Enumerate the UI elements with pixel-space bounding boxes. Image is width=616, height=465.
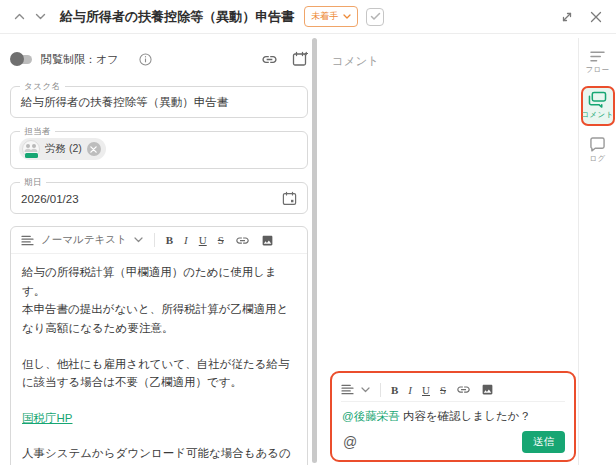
underline-button[interactable]: U [422, 384, 430, 396]
comment-composer[interactable]: B I U S @後藤栄吾 内容を確認しましたか？ @ 送信 [330, 371, 576, 462]
task-name-field[interactable]: タスク名 給与所得者の扶養控除等（異動）申告書 [10, 86, 308, 118]
strikethrough-button[interactable]: S [218, 234, 224, 246]
nta-hp-link[interactable]: 国税庁HP [22, 412, 72, 424]
remove-assignee-icon[interactable] [87, 142, 101, 156]
tab-comment[interactable]: コメント [581, 86, 615, 126]
insert-link-icon[interactable] [456, 382, 471, 397]
mention-chip[interactable]: @後藤栄吾 [342, 410, 400, 422]
comment-bubbles-icon [588, 91, 607, 108]
check-icon [370, 12, 381, 21]
task-name-value: 給与所得者の扶養控除等（異動）申告書 [21, 95, 297, 110]
italic-button[interactable]: I [184, 234, 188, 246]
due-date-field[interactable]: 期日 2026/01/23 [10, 182, 308, 214]
mention-button[interactable]: @ [341, 434, 359, 450]
comment-panel: コメント B I U S @後藤栄吾 [322, 40, 578, 465]
description-paragraph: 本申告書の提出がないと、所得税計算が乙欄適用となり高額になるため要注意。 [22, 300, 296, 337]
send-button[interactable]: 送信 [522, 431, 565, 453]
view-restriction-toggle[interactable] [12, 55, 32, 64]
format-select-value: ノーマルテキスト [41, 233, 127, 247]
prev-task-chevron-up-icon[interactable] [14, 13, 25, 20]
description-toolbar: ノーマルテキスト B I U S [11, 227, 307, 254]
paragraph-style-icon [21, 235, 34, 246]
insert-image-icon[interactable] [481, 383, 494, 396]
chevron-down-icon [361, 387, 370, 393]
complete-task-checkbox[interactable] [366, 8, 384, 26]
chevron-down-icon [134, 237, 143, 243]
tab-comment-label: コメント [582, 110, 614, 120]
task-name-label: タスク名 [20, 81, 65, 93]
tab-flow-label: フロー [586, 65, 610, 75]
task-detail-panel: 閲覧制限：オフ タスク名 給与所得者の扶養控除等（異動）申告書 担当者 [10, 40, 308, 465]
bold-button[interactable]: B [391, 384, 398, 396]
description-body[interactable]: 給与の所得税計算（甲欄適用）のために使用します。 本申告書の提出がないと、所得税… [11, 254, 307, 465]
group-avatar [22, 140, 40, 158]
assignee-chip-label: 労務 (2) [45, 142, 82, 156]
chevron-down-icon [343, 14, 351, 19]
due-date-value: 2026/01/23 [21, 193, 282, 205]
comment-input[interactable]: @後藤栄吾 内容を確認しましたか？ [341, 402, 565, 428]
insert-link-icon[interactable] [235, 233, 250, 248]
tab-log[interactable]: ログ [581, 135, 615, 166]
assignee-label: 担当者 [20, 126, 55, 138]
description-paragraph: 人事システムからダウンロード可能な場合もあるので自社の利用システムを確認 [22, 444, 296, 465]
view-restriction-label: 閲覧制限：オフ [41, 52, 119, 67]
modal-header: 給与所得者の扶養控除等（異動）申告書 未着手 [0, 0, 616, 34]
paragraph-style-icon [341, 384, 354, 395]
left-panel-scrollbar[interactable] [312, 38, 317, 463]
due-date-label: 期日 [20, 177, 46, 189]
composer-toolbar: B I U S [341, 378, 565, 402]
assignee-chip[interactable]: 労務 (2) [19, 138, 106, 160]
calendar-icon[interactable] [282, 191, 297, 206]
tab-log-label: ログ [590, 154, 606, 164]
strikethrough-button[interactable]: S [440, 384, 446, 396]
italic-button[interactable]: I [408, 384, 412, 396]
info-icon[interactable] [139, 53, 152, 66]
format-select[interactable]: ノーマルテキスト [21, 233, 143, 247]
view-restriction-row: 閲覧制限：オフ [10, 48, 308, 70]
underline-button[interactable]: U [199, 234, 207, 246]
next-task-chevron-down-icon[interactable] [35, 13, 46, 20]
add-to-calendar-icon[interactable] [292, 51, 308, 67]
description-editor: ノーマルテキスト B I U S 給与の所得税計算（甲欄適用）のために使用します… [10, 226, 308, 465]
task-title: 給与所得者の扶養控除等（異動）申告書 [60, 8, 294, 26]
close-icon[interactable] [590, 11, 602, 23]
bold-button[interactable]: B [166, 234, 173, 246]
status-dropdown[interactable]: 未着手 [304, 6, 358, 27]
expand-icon[interactable] [560, 10, 574, 24]
flow-lines-icon [589, 50, 606, 63]
tab-flow[interactable]: フロー [581, 48, 615, 77]
copy-link-icon[interactable] [261, 51, 278, 68]
insert-image-icon[interactable] [261, 234, 274, 247]
log-bubble-icon [589, 137, 606, 152]
comment-list-placeholder: コメント [322, 40, 578, 83]
composer-footer: @ 送信 [341, 431, 565, 453]
description-paragraph: 給与の所得税計算（甲欄適用）のために使用します。 [22, 263, 296, 300]
status-label: 未着手 [311, 10, 338, 23]
comment-text: 内容を確認しましたか？ [403, 410, 531, 422]
format-select[interactable] [341, 384, 370, 395]
assignee-field[interactable]: 担当者 労務 (2) [10, 131, 308, 169]
description-paragraph: 但し、他社にも雇用されていて、自社が従たる給与に該当する場合は不要（乙欄適用）で… [22, 355, 296, 392]
right-icon-sidebar: フロー コメント ログ [578, 38, 616, 465]
task-detail-modal: 給与所得者の扶養控除等（異動）申告書 未着手 閲覧制限：オフ [0, 0, 616, 465]
